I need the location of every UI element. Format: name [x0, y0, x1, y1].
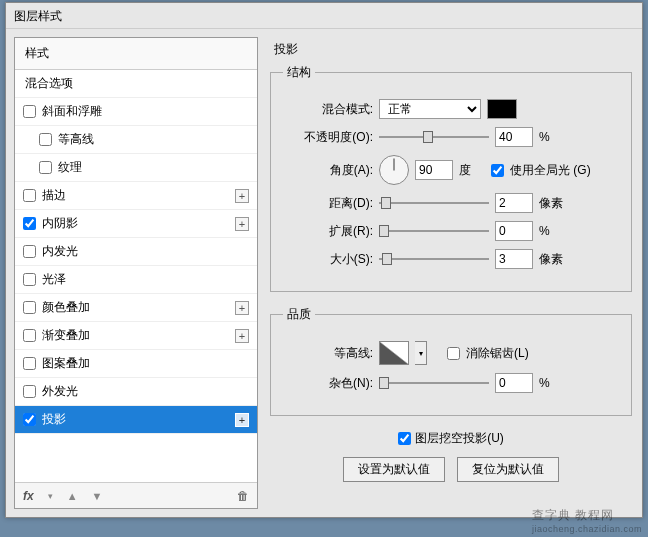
style-checkbox[interactable]	[23, 385, 36, 398]
style-checkbox[interactable]	[39, 161, 52, 174]
noise-unit: %	[539, 376, 565, 390]
blend-options-label: 混合选项	[25, 75, 249, 92]
effect-panel: 投影 结构 混合模式: 正常 不透明度(O): % 角度(	[268, 37, 634, 509]
style-item[interactable]: 颜色叠加+	[15, 294, 257, 322]
style-checkbox[interactable]	[39, 133, 52, 146]
style-item[interactable]: 投影+	[15, 406, 257, 434]
default-buttons-row: 设置为默认值 复位为默认值	[270, 457, 632, 482]
style-item[interactable]: 光泽	[15, 266, 257, 294]
make-default-button[interactable]: 设置为默认值	[343, 457, 445, 482]
style-item[interactable]: 描边+	[15, 182, 257, 210]
spread-input[interactable]	[495, 221, 533, 241]
knockout-checkbox[interactable]	[398, 432, 411, 445]
style-item[interactable]: 图案叠加	[15, 350, 257, 378]
quality-legend: 品质	[283, 306, 315, 323]
window-title: 图层样式	[14, 9, 62, 23]
styles-header: 样式	[15, 38, 257, 70]
style-item[interactable]: 内阴影+	[15, 210, 257, 238]
style-item-label: 颜色叠加	[42, 299, 235, 316]
style-item-label: 投影	[42, 411, 235, 428]
angle-label: 角度(A):	[287, 162, 373, 179]
global-light-checkbox[interactable]	[491, 164, 504, 177]
plus-icon[interactable]: +	[235, 301, 249, 315]
knockout-label: 图层挖空投影(U)	[415, 430, 504, 447]
blend-options-item[interactable]: 混合选项	[15, 70, 257, 98]
style-checkbox[interactable]	[23, 273, 36, 286]
size-label: 大小(S):	[287, 251, 373, 268]
contour-row: 等高线: ▾ 消除锯齿(L)	[287, 341, 615, 365]
antialias-label: 消除锯齿(L)	[466, 345, 529, 362]
quality-group: 品质 等高线: ▾ 消除锯齿(L) 杂色(N): %	[270, 306, 632, 416]
distance-input[interactable]	[495, 193, 533, 213]
distance-label: 距离(D):	[287, 195, 373, 212]
window-body: 样式 混合选项 斜面和浮雕等高线纹理描边+内阴影+内发光光泽颜色叠加+渐变叠加+…	[6, 29, 642, 517]
style-item[interactable]: 等高线	[15, 126, 257, 154]
style-checkbox[interactable]	[23, 217, 36, 230]
plus-icon[interactable]: +	[235, 329, 249, 343]
antialias-checkbox[interactable]	[447, 347, 460, 360]
spread-row: 扩展(R): %	[287, 221, 615, 241]
plus-icon[interactable]: +	[235, 189, 249, 203]
style-item-label: 图案叠加	[42, 355, 249, 372]
spread-unit: %	[539, 224, 565, 238]
spread-slider[interactable]	[379, 223, 489, 239]
plus-icon[interactable]: +	[235, 413, 249, 427]
opacity-label: 不透明度(O):	[287, 129, 373, 146]
blend-mode-select[interactable]: 正常	[379, 99, 481, 119]
arrow-up-icon[interactable]: ▲	[67, 490, 78, 502]
distance-unit: 像素	[539, 195, 565, 212]
style-checkbox[interactable]	[23, 301, 36, 314]
style-item-label: 渐变叠加	[42, 327, 235, 344]
contour-dropdown-icon[interactable]: ▾	[415, 341, 427, 365]
style-item-label: 光泽	[42, 271, 249, 288]
style-item-label: 内阴影	[42, 215, 235, 232]
style-checkbox[interactable]	[23, 189, 36, 202]
arrow-down-icon[interactable]: ▼	[92, 490, 103, 502]
trash-icon[interactable]: 🗑	[237, 489, 249, 503]
style-checkbox[interactable]	[23, 357, 36, 370]
angle-row: 角度(A): 度 使用全局光 (G)	[287, 155, 615, 185]
distance-row: 距离(D): 像素	[287, 193, 615, 213]
size-slider[interactable]	[379, 251, 489, 267]
style-checkbox[interactable]	[23, 105, 36, 118]
style-item[interactable]: 斜面和浮雕	[15, 98, 257, 126]
styles-list: 混合选项 斜面和浮雕等高线纹理描边+内阴影+内发光光泽颜色叠加+渐变叠加+图案叠…	[15, 70, 257, 482]
reset-default-button[interactable]: 复位为默认值	[457, 457, 559, 482]
shadow-color-swatch[interactable]	[487, 99, 517, 119]
panel-title: 投影	[270, 41, 632, 58]
opacity-slider[interactable]	[379, 129, 489, 145]
style-item-label: 内发光	[42, 243, 249, 260]
angle-dial[interactable]	[379, 155, 409, 185]
structure-group: 结构 混合模式: 正常 不透明度(O): % 角度(A):	[270, 64, 632, 292]
style-item[interactable]: 外发光	[15, 378, 257, 406]
plus-icon[interactable]: +	[235, 217, 249, 231]
global-light-label: 使用全局光 (G)	[510, 162, 591, 179]
size-input[interactable]	[495, 249, 533, 269]
structure-legend: 结构	[283, 64, 315, 81]
style-item-label: 描边	[42, 187, 235, 204]
style-item[interactable]: 内发光	[15, 238, 257, 266]
style-item[interactable]: 渐变叠加+	[15, 322, 257, 350]
styles-footer: fx ▾ ▲ ▼ 🗑	[15, 482, 257, 508]
opacity-input[interactable]	[495, 127, 533, 147]
noise-slider[interactable]	[379, 375, 489, 391]
noise-input[interactable]	[495, 373, 533, 393]
opacity-unit: %	[539, 130, 565, 144]
style-item-label: 纹理	[58, 159, 249, 176]
layer-style-window: 图层样式 样式 混合选项 斜面和浮雕等高线纹理描边+内阴影+内发光光泽颜色叠加+…	[5, 2, 643, 518]
fx-icon[interactable]: fx	[23, 489, 34, 503]
style-checkbox[interactable]	[23, 245, 36, 258]
style-item[interactable]: 纹理	[15, 154, 257, 182]
blend-mode-label: 混合模式:	[287, 101, 373, 118]
distance-slider[interactable]	[379, 195, 489, 211]
spread-label: 扩展(R):	[287, 223, 373, 240]
noise-label: 杂色(N):	[287, 375, 373, 392]
contour-swatch[interactable]	[379, 341, 409, 365]
chevron-down-icon: ▾	[48, 491, 53, 501]
angle-input[interactable]	[415, 160, 453, 180]
style-checkbox[interactable]	[23, 329, 36, 342]
size-unit: 像素	[539, 251, 565, 268]
blend-mode-row: 混合模式: 正常	[287, 99, 615, 119]
style-item-label: 等高线	[58, 131, 249, 148]
style-checkbox[interactable]	[23, 413, 36, 426]
